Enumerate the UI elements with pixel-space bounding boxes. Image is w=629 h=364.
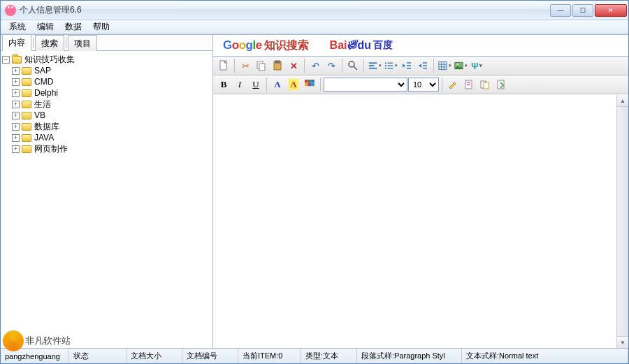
fill-color-button[interactable] xyxy=(302,77,317,92)
google-logo: Google xyxy=(223,38,262,52)
svg-line-6 xyxy=(354,66,357,70)
tree-item[interactable]: +网页制作 xyxy=(2,143,211,154)
svg-rect-4 xyxy=(275,61,280,63)
outdent-button[interactable] xyxy=(399,58,414,73)
copy-button[interactable] xyxy=(254,58,269,73)
font-family-combo[interactable] xyxy=(324,78,407,92)
status-type: 类型:文本 xyxy=(301,349,357,363)
folder-icon xyxy=(22,134,31,142)
editor-canvas[interactable] xyxy=(213,95,616,348)
baidu-logo: Bai༗du xyxy=(330,39,371,52)
tab-content[interactable]: 内容 xyxy=(2,34,31,51)
scroll-up-icon[interactable]: ▲ xyxy=(617,95,628,107)
svg-rect-40 xyxy=(484,82,489,89)
tree-item[interactable]: +Delphi xyxy=(2,87,211,99)
cut-button[interactable]: ✂ xyxy=(238,58,253,73)
status-user: pangzhenguang xyxy=(1,349,69,363)
google-knowledge-link[interactable]: Google 知识搜索 xyxy=(223,38,309,53)
app-window: 个人信息管理6.6 — ☐ ✕ 系统 编辑 数据 帮助 内容 搜索 项目 − xyxy=(0,0,629,364)
status-para-style: 段落式样:Paragraph Styl xyxy=(357,349,462,363)
tree-root[interactable]: − 知识技巧收集 xyxy=(2,54,211,65)
new-button[interactable] xyxy=(216,58,231,73)
svg-rect-30 xyxy=(305,80,308,83)
insert-button[interactable] xyxy=(493,77,509,92)
list-button[interactable] xyxy=(383,58,398,73)
tab-search[interactable]: 搜索 xyxy=(35,35,64,51)
folder-icon xyxy=(22,123,31,131)
folder-icon xyxy=(22,67,31,75)
expand-toggle[interactable]: + xyxy=(12,67,20,75)
statusbar: pangzhenguang 状态 文档大小 文档编号 当前ITEM:0 类型:文… xyxy=(1,348,628,363)
close-button[interactable]: ✕ xyxy=(595,4,627,17)
tree-item[interactable]: +SAP xyxy=(2,65,211,76)
baidu-cn-label: 百度 xyxy=(373,39,393,52)
scroll-down-icon[interactable]: ▼ xyxy=(617,336,628,348)
indent-button[interactable] xyxy=(415,58,431,73)
tab-project[interactable]: 项目 xyxy=(68,35,97,51)
table-button[interactable] xyxy=(437,58,452,73)
clear-format-button[interactable] xyxy=(445,77,461,92)
folder-icon xyxy=(22,112,31,119)
style-button[interactable] xyxy=(461,77,477,92)
expand-toggle[interactable]: + xyxy=(12,112,20,119)
tree-item[interactable]: +JAVA xyxy=(2,132,211,143)
vertical-scrollbar[interactable]: ▲ ▼ xyxy=(616,95,628,348)
status-text-style: 文本式样:Normal text xyxy=(462,349,628,363)
undo-button[interactable]: ↶ xyxy=(308,58,323,73)
knowledge-search-label: 知识搜索 xyxy=(264,38,309,53)
expand-toggle[interactable]: + xyxy=(12,123,20,131)
folder-icon xyxy=(22,89,31,97)
bold-button[interactable]: B xyxy=(216,77,231,92)
expand-toggle[interactable]: + xyxy=(12,145,20,153)
redo-button[interactable]: ↷ xyxy=(324,58,339,73)
search-bar: Google 知识搜索 Bai༗du 百度 xyxy=(213,35,628,57)
menu-help[interactable]: 帮助 xyxy=(87,20,115,34)
font-size-combo[interactable]: 10 xyxy=(408,78,439,92)
tree-item[interactable]: +生活 xyxy=(2,99,211,110)
status-docsize: 文档大小 xyxy=(126,349,182,363)
folder-open-icon xyxy=(12,56,22,64)
special-button[interactable]: Ψ xyxy=(469,58,484,73)
svg-rect-31 xyxy=(308,80,312,83)
paste-button[interactable] xyxy=(270,58,285,73)
italic-button[interactable]: I xyxy=(232,77,247,92)
underline-button[interactable]: U xyxy=(248,77,263,92)
baidu-link[interactable]: Bai༗du 百度 xyxy=(330,39,393,52)
menubar: 系统 编辑 数据 帮助 xyxy=(1,20,628,34)
font-color-button[interactable]: A xyxy=(270,77,285,92)
expand-toggle[interactable]: + xyxy=(12,89,20,97)
find-button[interactable] xyxy=(345,58,361,73)
align-button[interactable] xyxy=(367,58,382,73)
highlight-button[interactable]: A xyxy=(286,77,301,92)
tree-view[interactable]: − 知识技巧收集 +SAP +CMD +Delphi +生活 +VB +数据库 … xyxy=(1,51,212,348)
expand-toggle[interactable]: + xyxy=(12,78,20,86)
svg-rect-2 xyxy=(259,64,265,71)
svg-rect-32 xyxy=(311,80,314,83)
tree-item[interactable]: +CMD xyxy=(2,76,211,87)
expand-toggle[interactable]: + xyxy=(12,101,20,108)
tree-item[interactable]: +数据库 xyxy=(2,121,211,132)
svg-point-5 xyxy=(349,61,354,67)
image-button[interactable] xyxy=(453,58,468,73)
status-item: 当前ITEM:0 xyxy=(238,349,301,363)
expand-toggle[interactable]: − xyxy=(2,56,10,64)
left-panel: 内容 搜索 项目 − 知识技巧收集 +SAP +CMD +Delphi +生活 … xyxy=(1,35,213,348)
app-icon xyxy=(5,5,16,16)
copy-format-button[interactable] xyxy=(477,77,493,92)
expand-toggle[interactable]: + xyxy=(12,134,20,142)
menu-system[interactable]: 系统 xyxy=(3,20,31,34)
svg-rect-22 xyxy=(439,61,447,69)
folder-icon xyxy=(22,145,31,153)
right-panel: Google 知识搜索 Bai༗du 百度 ✂ ✕ ↶ xyxy=(213,35,628,348)
tree-item[interactable]: +VB xyxy=(2,110,211,121)
menu-data[interactable]: 数据 xyxy=(59,20,87,34)
tree-root-label[interactable]: 知识技巧收集 xyxy=(24,54,75,65)
status-docid: 文档编号 xyxy=(182,349,238,363)
delete-button[interactable]: ✕ xyxy=(286,58,301,73)
folder-icon xyxy=(22,101,31,108)
window-title: 个人信息管理6.6 xyxy=(20,4,82,16)
maximize-button[interactable]: ☐ xyxy=(572,4,593,17)
menu-edit[interactable]: 编辑 xyxy=(31,20,59,34)
toolbar-primary: ✂ ✕ ↶ ↷ Ψ xyxy=(213,57,628,75)
minimize-button[interactable]: — xyxy=(550,4,571,17)
